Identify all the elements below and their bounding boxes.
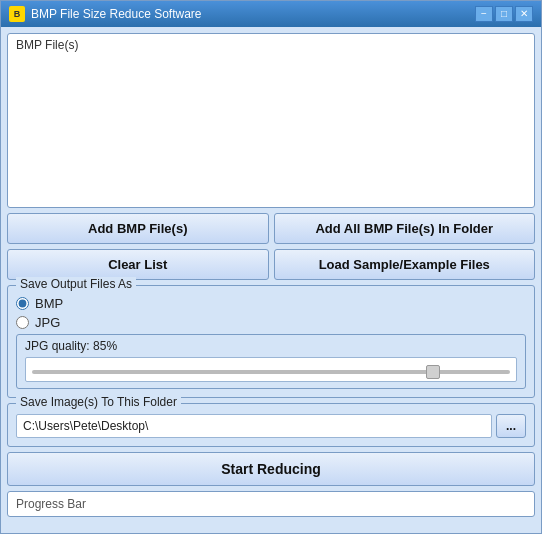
- slider-wrapper: [25, 357, 517, 382]
- folder-input-row: ...: [16, 414, 526, 438]
- jpg-radio-label[interactable]: JPG: [35, 315, 60, 330]
- jpg-quality-label: JPG quality: 85%: [25, 339, 517, 353]
- minimize-button[interactable]: −: [475, 6, 493, 22]
- file-list-header-label: BMP File(s): [8, 34, 534, 56]
- bmp-radio-label[interactable]: BMP: [35, 296, 63, 311]
- title-bar: B BMP File Size Reduce Software − □ ✕: [1, 1, 541, 27]
- close-button[interactable]: ✕: [515, 6, 533, 22]
- load-sample-button[interactable]: Load Sample/Example Files: [274, 249, 536, 280]
- folder-path-input[interactable]: [16, 414, 492, 438]
- start-reducing-button[interactable]: Start Reducing: [7, 452, 535, 486]
- browse-button[interactable]: ...: [496, 414, 526, 438]
- save-output-label: Save Output Files As: [16, 277, 136, 291]
- jpg-quality-slider[interactable]: [32, 370, 510, 374]
- add-bmp-button[interactable]: Add BMP File(s): [7, 213, 269, 244]
- file-list-container: BMP File(s): [7, 33, 535, 208]
- folder-group-label: Save Image(s) To This Folder: [16, 395, 181, 409]
- window-title: BMP File Size Reduce Software: [31, 7, 202, 21]
- app-icon: B: [9, 6, 25, 22]
- maximize-button[interactable]: □: [495, 6, 513, 22]
- bmp-radio[interactable]: [16, 297, 29, 310]
- jpg-quality-group: JPG quality: 85%: [16, 334, 526, 389]
- bmp-radio-row: BMP: [16, 296, 526, 311]
- folder-group: Save Image(s) To This Folder ...: [7, 403, 535, 447]
- add-all-bmp-button[interactable]: Add All BMP File(s) In Folder: [274, 213, 536, 244]
- jpg-radio-row: JPG: [16, 315, 526, 330]
- content-area: BMP File(s) Add BMP File(s) Add All BMP …: [1, 27, 541, 533]
- save-output-group: Save Output Files As BMP JPG JPG quality…: [7, 285, 535, 398]
- add-buttons-row: Add BMP File(s) Add All BMP File(s) In F…: [7, 213, 535, 244]
- title-bar-left: B BMP File Size Reduce Software: [9, 6, 202, 22]
- title-bar-controls: − □ ✕: [475, 6, 533, 22]
- clear-list-button[interactable]: Clear List: [7, 249, 269, 280]
- jpg-radio[interactable]: [16, 316, 29, 329]
- clear-load-row: Clear List Load Sample/Example Files: [7, 249, 535, 280]
- progress-bar-label: Progress Bar: [16, 497, 86, 511]
- progress-bar: Progress Bar: [7, 491, 535, 517]
- main-window: B BMP File Size Reduce Software − □ ✕ BM…: [0, 0, 542, 534]
